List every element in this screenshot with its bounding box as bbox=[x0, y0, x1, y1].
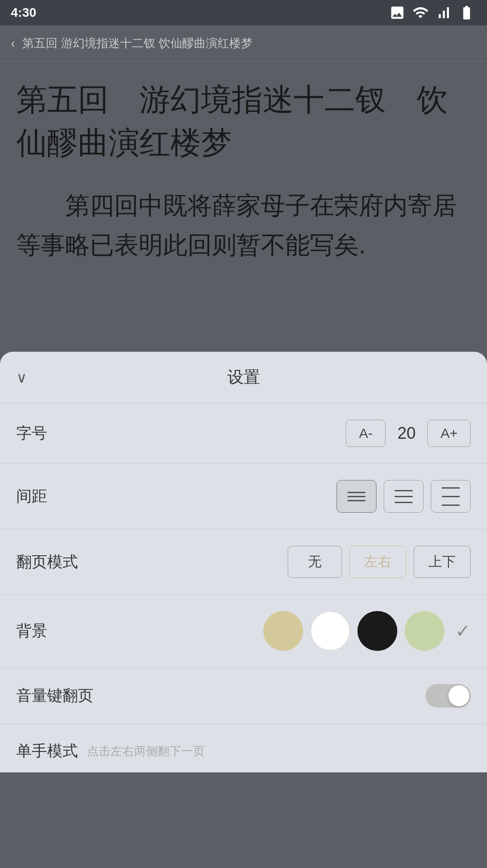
spacing-normal-icon bbox=[395, 490, 413, 503]
font-decrease-button[interactable]: A- bbox=[346, 420, 386, 447]
settings-header: ∨ 设置 bbox=[0, 352, 487, 403]
volume-key-label: 音量键翻页 bbox=[16, 685, 93, 706]
battery-icon bbox=[457, 5, 476, 21]
volume-key-row: 音量键翻页 bbox=[0, 668, 487, 724]
spacing-controls bbox=[337, 480, 471, 513]
settings-panel: ∨ 设置 字号 A- 20 A+ 间距 bbox=[0, 352, 487, 772]
collapse-button[interactable]: ∨ bbox=[16, 369, 27, 386]
spacing-normal-button[interactable] bbox=[384, 480, 424, 513]
spacing-compact-icon bbox=[347, 492, 366, 501]
image-icon bbox=[389, 5, 405, 21]
font-size-label: 字号 bbox=[16, 423, 47, 444]
spacing-compact-button[interactable] bbox=[337, 480, 376, 513]
bg-green-button[interactable] bbox=[405, 611, 444, 651]
volume-key-toggle[interactable] bbox=[425, 684, 471, 708]
spacing-label: 间距 bbox=[16, 486, 47, 507]
status-bar: 4:30 bbox=[0, 0, 487, 25]
page-mode-label: 翻页模式 bbox=[16, 552, 78, 572]
nav-bar: ‹ 第五回 游幻境指迷十二钗 饮仙醪曲演红楼梦 bbox=[0, 25, 487, 62]
bg-white-button[interactable] bbox=[310, 611, 350, 651]
bg-beige-button[interactable] bbox=[263, 611, 303, 651]
settings-title: 设置 bbox=[227, 366, 260, 388]
bg-black-button[interactable] bbox=[357, 611, 397, 651]
background-row: 背景 ✓ bbox=[0, 595, 487, 668]
toggle-knob bbox=[448, 685, 469, 706]
back-icon: ‹ bbox=[11, 36, 15, 51]
font-size-controls: A- 20 A+ bbox=[346, 420, 471, 447]
status-icons bbox=[389, 5, 476, 21]
chapter-title: 第五回 游幻境指迷十二钗 饮仙醪曲演红楼梦 bbox=[16, 78, 471, 164]
page-mode-tb-button[interactable]: 上下 bbox=[414, 546, 471, 578]
background-controls: ✓ bbox=[263, 611, 471, 651]
single-hand-label: 单手模式 bbox=[16, 741, 78, 761]
signal-icon bbox=[435, 5, 452, 21]
page-mode-row: 翻页模式 无 左右 上下 bbox=[0, 529, 487, 595]
nav-title: 第五回 游幻境指迷十二钗 饮仙醪曲演红楼梦 bbox=[22, 35, 252, 51]
spacing-loose-button[interactable] bbox=[431, 480, 471, 513]
single-hand-row: 单手模式 点击左右两侧翻下一页 bbox=[0, 724, 487, 772]
spacing-loose-icon bbox=[442, 487, 460, 506]
content-area: 第五回 游幻境指迷十二钗 饮仙醪曲演红楼梦 第四回中既将薛家母子在荣府内寄居等事… bbox=[0, 62, 487, 352]
page-mode-controls: 无 左右 上下 bbox=[288, 546, 471, 578]
font-size-row: 字号 A- 20 A+ bbox=[0, 403, 487, 464]
spacing-row: 间距 bbox=[0, 464, 487, 529]
wifi-icon bbox=[411, 5, 430, 21]
background-label: 背景 bbox=[16, 621, 47, 641]
font-size-value: 20 bbox=[393, 424, 420, 443]
chapter-body: 第四回中既将薛家母子在荣府内寄居等事略已表明此回则暂不能写矣. bbox=[16, 186, 471, 264]
font-increase-button[interactable]: A+ bbox=[427, 420, 471, 447]
status-time: 4:30 bbox=[11, 5, 36, 20]
page-mode-lr-button[interactable]: 左右 bbox=[349, 546, 406, 578]
single-hand-hint: 点击左右两侧翻下一页 bbox=[87, 743, 205, 759]
page-mode-none-button[interactable]: 无 bbox=[288, 546, 342, 578]
nav-back-button[interactable]: ‹ 第五回 游幻境指迷十二钗 饮仙醪曲演红楼梦 bbox=[11, 35, 253, 51]
single-hand-content: 单手模式 点击左右两侧翻下一页 bbox=[16, 741, 205, 761]
bg-selected-checkmark: ✓ bbox=[455, 621, 471, 641]
